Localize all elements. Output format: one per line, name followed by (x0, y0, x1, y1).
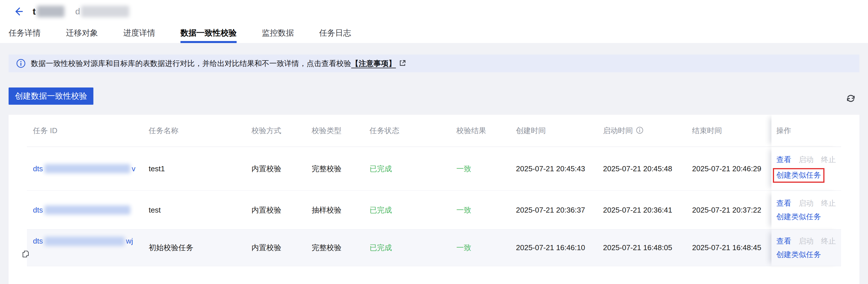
task-name-cell: 初始校验任务 (149, 243, 251, 253)
start-action-link[interactable]: 启动 (799, 154, 813, 165)
tab-bar: 任务详情 迁移对象 进度详情 数据一致性校验 监控数据 任务日志 (0, 23, 868, 43)
redaction-block (37, 6, 64, 17)
info-banner: 数据一致性校验对源库和目标库的表数据进行对比，并给出对比结果和不一致详情，点击查… (9, 55, 859, 72)
actions-cell: 查看 启动 终止 创建类似任务 (771, 229, 841, 266)
created-time-cell: 2025-07-21 20:36:37 (516, 206, 603, 215)
check-type-cell: 完整校验 (312, 164, 370, 174)
active-tab-underline (181, 41, 237, 43)
check-result-badge: 一致 (456, 164, 516, 174)
started-time-cell: 2025-07-21 20:45:48 (603, 164, 692, 173)
started-time-cell: 2025-07-21 16:48:05 (603, 243, 692, 252)
tab-data-consistency-check[interactable]: 数据一致性校验 (181, 23, 237, 43)
arrow-left-icon (12, 6, 24, 17)
started-time-cell: 2025-07-21 20:36:41 (603, 206, 692, 215)
task-id-cell: dts (27, 205, 149, 215)
col-header-started-time: 启动时间 (603, 126, 692, 136)
info-circle-icon (16, 59, 26, 68)
create-similar-task-link[interactable]: 创建类似任务 (776, 212, 821, 222)
check-type-cell: 抽样校验 (312, 205, 370, 215)
task-id-link[interactable]: dts (33, 206, 43, 215)
task-status-badge: 已完成 (370, 243, 456, 253)
col-header-check-result: 校验结果 (456, 126, 516, 136)
redaction-block (44, 164, 130, 173)
tab-task-details[interactable]: 任务详情 (9, 23, 41, 43)
task-name-redacted: d (75, 6, 129, 17)
tasks-table-card: 任务 ID 任务名称 校验方式 校验类型 任务状态 校验结果 创建时间 启动时间 (9, 115, 859, 284)
redaction-block (81, 6, 129, 17)
col-header-task-status: 任务状态 (370, 126, 456, 136)
copy-icon (21, 249, 30, 258)
col-header-check-type: 校验类型 (312, 126, 370, 136)
view-action-link[interactable]: 查看 (776, 198, 791, 208)
stop-action-link[interactable]: 终止 (821, 154, 836, 165)
check-method-cell: 内置校验 (251, 243, 312, 253)
table-row: dtsv test1 内置校验 完整校验 已完成 一致 2025-07-21 2… (27, 147, 841, 191)
refresh-icon (845, 93, 856, 104)
task-status-badge: 已完成 (370, 164, 456, 174)
dts-console-screen: t d 任务详情 迁移对象 进度详情 数据一致性校验 监控数据 任务日志 数据一… (0, 0, 868, 284)
copy-task-id-button[interactable] (20, 249, 31, 259)
annotation-highlight-box: 创建类似任务 (773, 168, 825, 183)
task-status-badge: 已完成 (370, 205, 456, 215)
col-header-task-name: 任务名称 (149, 126, 251, 136)
toolbar: 创建数据一致性校验 (9, 87, 859, 105)
col-header-task-id: 任务 ID (27, 126, 149, 136)
create-similar-task-link[interactable]: 创建类似任务 (776, 170, 821, 180)
task-name-cell: test1 (149, 164, 251, 173)
view-action-link[interactable]: 查看 (776, 154, 791, 165)
actions-cell: 查看 启动 终止 创建类似任务 (771, 191, 841, 229)
create-similar-task-link[interactable]: 创建类似任务 (776, 250, 821, 260)
refresh-button[interactable] (844, 92, 857, 105)
created-time-cell: 2025-07-21 16:46:10 (516, 243, 603, 252)
created-time-cell: 2025-07-21 20:45:43 (516, 164, 603, 173)
start-action-link[interactable]: 启动 (799, 236, 813, 246)
task-id-link[interactable]: dts (33, 164, 43, 173)
check-result-badge: 一致 (456, 243, 516, 253)
redaction-block (44, 205, 130, 215)
tab-task-logs[interactable]: 任务日志 (319, 23, 351, 43)
task-id-link-suffix[interactable]: v (132, 164, 135, 173)
stop-action-link[interactable]: 终止 (821, 198, 836, 208)
ended-time-cell: 2025-07-21 20:46:29 (692, 164, 771, 173)
stop-action-link[interactable]: 终止 (821, 236, 836, 246)
check-method-cell: 内置校验 (251, 205, 312, 215)
task-id-redacted: t (33, 6, 64, 17)
external-link-icon[interactable] (399, 59, 406, 67)
tab-migration-objects[interactable]: 迁移对象 (66, 23, 98, 43)
task-id-link[interactable]: dts (33, 237, 43, 246)
content-area: 数据一致性校验对源库和目标库的表数据进行对比，并给出对比结果和不一致详情，点击查… (0, 43, 868, 284)
task-id-link-suffix[interactable]: wj (126, 237, 133, 246)
check-type-cell: 完整校验 (312, 243, 370, 253)
ended-time-cell: 2025-07-21 16:48:45 (692, 243, 771, 252)
col-header-check-method: 校验方式 (251, 126, 312, 136)
task-id-cell: dtswj (27, 237, 149, 259)
back-button[interactable] (12, 5, 25, 18)
ended-time-cell: 2025-07-21 20:37:22 (692, 206, 771, 215)
table-header-row: 任务 ID 任务名称 校验方式 校验类型 任务状态 校验结果 创建时间 启动时间 (27, 115, 841, 147)
tab-monitoring-data[interactable]: 监控数据 (262, 23, 294, 43)
redaction-block (44, 237, 125, 246)
table-row: dtswj 初始校验任务 内置校验 完整校验 已完成 一致 2025-07-21… (27, 229, 841, 266)
col-header-ended-time: 结束时间 (692, 126, 771, 136)
task-id-cell: dtsv (27, 164, 149, 173)
topbar: t d (0, 0, 868, 23)
banner-text: 数据一致性校验对源库和目标库的表数据进行对比，并给出对比结果和不一致详情，点击查… (31, 59, 406, 68)
info-circle-icon[interactable] (636, 126, 644, 134)
task-name-cell: test (149, 206, 251, 215)
tab-progress-details[interactable]: 进度详情 (123, 23, 155, 43)
col-header-created-time: 创建时间 (516, 126, 603, 136)
view-action-link[interactable]: 查看 (776, 236, 791, 246)
create-consistency-check-button[interactable]: 创建数据一致性校验 (9, 87, 93, 105)
table-row: dts test 内置校验 抽样校验 已完成 一致 2025-07-21 20:… (27, 191, 841, 229)
actions-cell: 查看 启动 终止 创建类似任务 (771, 147, 841, 191)
check-method-cell: 内置校验 (251, 164, 312, 174)
start-action-link[interactable]: 启动 (799, 198, 813, 208)
banner-notes-link[interactable]: 【注意事项】 (351, 59, 396, 68)
check-result-badge: 一致 (456, 205, 516, 215)
col-header-actions: 操作 (771, 115, 841, 147)
